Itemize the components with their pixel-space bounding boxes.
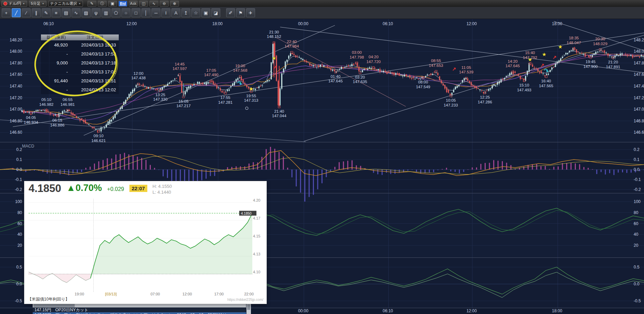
histogram-tool[interactable]: ▥ <box>102 8 110 17</box>
vline-tool[interactable]: │ <box>141 8 150 17</box>
ellipse-tool[interactable]: ○ <box>122 8 130 17</box>
arrow-marker-tool[interactable]: ↥ <box>181 8 190 17</box>
chevron-down-icon: ▼ <box>78 2 81 5</box>
y-tick-label: 4.15 <box>253 234 260 238</box>
y-tick-label: 4.10 <box>253 270 260 274</box>
order-datetime-cell: 2024/03/13 15:51 <box>68 78 119 83</box>
order-datetime-cell: 2024/03/13 17:02 <box>68 69 119 74</box>
yield-high: H: 4.1550 <box>152 184 172 190</box>
add-tool[interactable]: + <box>2 8 11 17</box>
table-header: 益(円換算)注文日時 <box>41 34 119 40</box>
wave-tool[interactable]: ∿ <box>72 8 81 17</box>
yield-time-badge: 22:07 <box>129 185 147 192</box>
scrollbar-thumb[interactable] <box>33 304 75 307</box>
market-comment-row: 147.30円 買い厚め・割り込むとストップロス売り（この買いは大きい）・094… <box>33 312 246 314</box>
profit-cell: 9,000 <box>41 60 68 65</box>
pen-tool[interactable]: ✎ <box>42 8 51 17</box>
rectangle-tool[interactable]: □ <box>131 8 140 17</box>
market-comment-row: 147.15円 OP20日NYカット <box>33 307 246 312</box>
x-tick-label: 22:00 <box>240 292 258 296</box>
yield-change-abs: +0.029 <box>107 186 124 192</box>
flag-tool[interactable]: ⚑ <box>236 8 245 17</box>
chevron-down-icon: ▼ <box>42 2 44 5</box>
yield-high-low: H: 4.1550 L: 4.1440 <box>152 184 172 195</box>
x-tick-label: 07:00 <box>146 292 164 296</box>
table-row: 91,4402024/03/13 15:51 <box>41 76 119 85</box>
profit-cell: 91,440 <box>41 78 68 83</box>
y-tick-label: 4.17 <box>253 216 260 220</box>
chevron-down-icon: ▼ <box>23 2 25 5</box>
yield-line-chart: 4.1850 <box>24 197 266 293</box>
ask-button[interactable]: Ask <box>129 1 138 7</box>
yield-value: 4.1850 <box>29 183 61 194</box>
drawing-toolbar: +╱∕∥✎≡▤∿▨ψ▥⬠○□│─IA↥☆▣◪✐⚑✈ <box>0 7 644 19</box>
vertical-scrollbar[interactable] <box>246 304 251 314</box>
watermark-url: https://nikkei225jp.com/ <box>228 298 264 302</box>
pitchfork-tool[interactable]: ψ <box>92 8 101 17</box>
table-row: 9,0002024/03/13 17:18 <box>41 58 119 67</box>
zoom-in-icon[interactable]: ⊕ <box>170 1 179 7</box>
line-chart-icon[interactable]: ∿ <box>149 1 158 7</box>
icon-stamp-tool[interactable]: ☆ <box>191 8 200 17</box>
eraser-tool[interactable]: ◪ <box>211 8 220 17</box>
top-menubar: ドル/円 ▼ 5分足 ▼ テクニカル選択 ▼ ✎ⓘ▣BidAsk◫∿⊖⊕ <box>0 0 644 7</box>
parallel-channel-tool[interactable]: ∥ <box>32 8 41 17</box>
horizontal-scrollbar[interactable] <box>33 304 246 307</box>
ray-tool[interactable]: ∕ <box>22 8 31 17</box>
currency-pair-select[interactable]: ドル/円 ▼ <box>1 1 27 7</box>
timeframe-select[interactable]: 5分足 ▼ <box>29 1 46 7</box>
yield-popup-title: 【米国債10年利回り】 <box>28 296 70 302</box>
macd-panel-label: MACD <box>22 144 34 149</box>
zoom-out-icon[interactable]: ⊖ <box>160 1 169 7</box>
info-icon[interactable]: ⓘ <box>98 1 107 7</box>
table-row: -2024/03/13 17:02 <box>41 67 119 76</box>
yield-change-percent: ▲0.70% <box>66 183 102 193</box>
stamp-tool[interactable]: ▣ <box>201 8 210 17</box>
pentagon-tool[interactable]: ⬠ <box>112 8 120 17</box>
scrollbar-thumb[interactable] <box>247 304 250 310</box>
x-tick-label: [03/13] <box>102 292 120 296</box>
order-datetime-cell: 2024/03/13 18:33 <box>68 42 119 48</box>
technical-select[interactable]: テクニカル選択 ▼ <box>48 1 83 7</box>
pair-flag-icon <box>3 2 7 6</box>
column-header: 益(円換算) <box>41 34 71 40</box>
profit-cell: - <box>41 51 68 57</box>
table-row: -2024/03/13 17:53 <box>41 49 119 58</box>
yield-popup-header: 4.1850 ▲0.70% +0.029 22:07 H: 4.1550 L: … <box>24 181 266 195</box>
yield-low: L: 4.1440 <box>152 190 172 195</box>
hline-tool[interactable]: ─ <box>151 8 160 17</box>
fx-chart-app: ドル/円 ▼ 5分足 ▼ テクニカル選択 ▼ ✎ⓘ▣BidAsk◫∿⊖⊕ +╱∕… <box>0 0 644 314</box>
hatch-tool[interactable]: ▨ <box>82 8 91 17</box>
gann-grid-tool[interactable]: ▤ <box>62 8 71 17</box>
trendline-tool[interactable]: ╱ <box>12 8 21 17</box>
cursor-tool[interactable]: I <box>161 8 170 17</box>
menubar-icons: ✎ⓘ▣BidAsk◫∿⊖⊕ <box>87 1 179 7</box>
technical-label: テクニカル選択 <box>50 1 77 6</box>
table-row: -2024/03/13 12:02 <box>41 85 119 94</box>
profit-cell: - <box>41 87 68 92</box>
share-tool[interactable]: ✈ <box>246 8 255 17</box>
table-row: 46,9202024/03/13 18:33 <box>41 40 119 49</box>
us10y-yield-popup: 4.1850 ▲0.70% +0.029 22:07 H: 4.1550 L: … <box>24 181 267 304</box>
order-datetime-cell: 2024/03/13 17:18 <box>68 60 119 65</box>
text-tool[interactable]: A <box>171 8 180 17</box>
compare-chart-icon[interactable]: ▣ <box>108 1 117 7</box>
column-header: 注文日時 <box>71 34 119 40</box>
y-tick-label: 4.13 <box>253 252 260 256</box>
order-history-table: 益(円換算)注文日時46,9202024/03/13 18:33-2024/03… <box>41 34 119 94</box>
svg-text:4.1850: 4.1850 <box>241 212 252 215</box>
candle-chart-icon[interactable]: ◫ <box>139 1 148 7</box>
bottom-info-strip: 147.15円 OP20日NYカット147.30円 買い厚め・割り込むとストップ… <box>33 304 246 314</box>
fib-retracement-tool[interactable]: ≡ <box>52 8 61 17</box>
timeframe-label: 5分足 <box>31 1 41 6</box>
x-tick-label: 19:00 <box>71 292 88 296</box>
pair-label: ドル/円 <box>9 1 21 6</box>
profit-cell: - <box>41 69 68 74</box>
pencil-icon[interactable]: ✎ <box>87 1 96 7</box>
profit-cell: 46,920 <box>41 42 68 48</box>
bid-button[interactable]: Bid <box>118 1 127 7</box>
wrench-tool[interactable]: ✐ <box>226 8 235 17</box>
x-tick-label: 17:00 <box>210 292 228 296</box>
market-comment-rows: 147.15円 OP20日NYカット147.30円 買い厚め・割り込むとストップ… <box>33 307 246 314</box>
order-datetime-cell: 2024/03/13 12:02 <box>68 87 119 92</box>
